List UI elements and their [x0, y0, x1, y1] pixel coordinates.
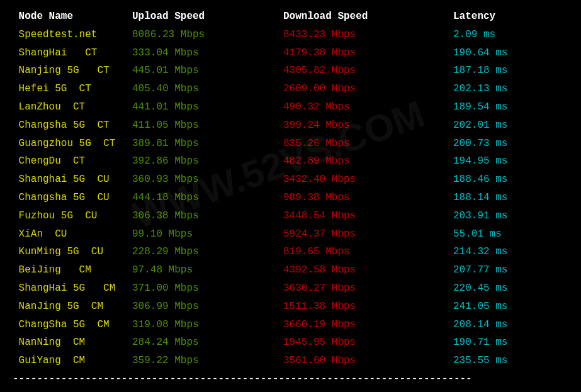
- latency-cell: 203.91 ms: [453, 207, 568, 225]
- node-name-cell: GuiYang CM: [13, 352, 132, 370]
- header-upload: Upload Speed: [132, 8, 283, 26]
- download-speed-cell: 1511.38 Mbps: [283, 298, 453, 316]
- table-row: Guangzhou 5G CT389.81 Mbps835.26 Mbps200…: [13, 135, 568, 153]
- table-row: ShangHai CT333.04 Mbps4179.38 Mbps190.64…: [13, 44, 568, 62]
- download-speed-cell: 8433.23 Mbps: [283, 26, 453, 44]
- node-name-cell: Guangzhou 5G CT: [13, 135, 132, 153]
- node-name-cell: Speedtest.net: [13, 26, 132, 44]
- node-name-cell: NanNing CM: [13, 333, 132, 352]
- table-row: XiAn CU99.10 Mbps5924.37 Mbps55.01 ms: [13, 225, 568, 244]
- table-row: Hefei 5G CT405.40 Mbps2609.00 Mbps202.13…: [13, 80, 568, 98]
- download-speed-cell: 3561.60 Mbps: [283, 352, 453, 370]
- table-row: Nanjing 5G CT445.01 Mbps4305.82 Mbps187.…: [13, 62, 568, 80]
- upload-speed-cell: 360.93 Mbps: [132, 171, 283, 189]
- table-row: ShangHai 5G CM371.00 Mbps3630.27 Mbps220…: [13, 279, 568, 298]
- latency-cell: 188.14 ms: [453, 189, 568, 207]
- download-speed-cell: 3630.27 Mbps: [283, 279, 453, 298]
- header-latency: Latency: [453, 8, 568, 26]
- node-name-cell: ShangHai CT: [13, 44, 132, 62]
- download-speed-cell: 1945.95 Mbps: [283, 333, 453, 352]
- upload-speed-cell: 97.48 Mbps: [132, 261, 283, 279]
- node-name-cell: Nanjing 5G CT: [13, 62, 132, 80]
- upload-speed-cell: 284.24 Mbps: [132, 333, 283, 352]
- latency-cell: 2.09 ms: [453, 26, 568, 44]
- upload-speed-cell: 99.10 Mbps: [132, 225, 283, 244]
- table-row: Speedtest.net8086.23 Mbps8433.23 Mbps2.0…: [13, 26, 568, 44]
- upload-speed-cell: 392.86 Mbps: [132, 152, 283, 171]
- latency-cell: 208.14 ms: [453, 316, 568, 334]
- download-speed-cell: 4179.38 Mbps: [283, 44, 453, 62]
- table-row: ChengDu CT392.86 Mbps482.89 Mbps194.95 m…: [13, 152, 568, 171]
- table-row: LanZhou CT441.01 Mbps490.32 Mbps189.54 m…: [13, 98, 568, 116]
- latency-cell: 241.05 ms: [453, 298, 568, 316]
- download-speed-cell: 490.32 Mbps: [283, 98, 453, 116]
- latency-cell: 235.55 ms: [453, 352, 568, 370]
- node-name-cell: Changsha 5G CT: [13, 116, 132, 135]
- latency-cell: 188.46 ms: [453, 171, 568, 189]
- download-speed-cell: 2609.00 Mbps: [283, 80, 453, 98]
- divider-line: ----------------------------------------…: [13, 370, 568, 388]
- node-name-cell: NanJing 5G CM: [13, 298, 132, 316]
- latency-cell: 190.64 ms: [453, 44, 568, 62]
- download-speed-cell: 4392.58 Mbps: [283, 261, 453, 279]
- download-speed-cell: 989.38 Mbps: [283, 189, 453, 207]
- node-name-cell: ChengDu CT: [13, 152, 132, 171]
- latency-cell: 190.71 ms: [453, 333, 568, 352]
- data-rows: Speedtest.net8086.23 Mbps8433.23 Mbps2.0…: [13, 26, 568, 370]
- upload-speed-cell: 389.81 Mbps: [132, 135, 283, 153]
- download-speed-cell: 482.89 Mbps: [283, 152, 453, 171]
- latency-cell: 202.01 ms: [453, 116, 568, 135]
- node-name-cell: Fuzhou 5G CU: [13, 207, 132, 225]
- latency-cell: 194.95 ms: [453, 152, 568, 171]
- node-name-cell: ChangSha 5G CM: [13, 316, 132, 334]
- upload-speed-cell: 319.08 Mbps: [132, 316, 283, 334]
- download-speed-cell: 3432.40 Mbps: [283, 171, 453, 189]
- download-speed-cell: 3660.19 Mbps: [283, 316, 453, 334]
- header-row: Node Name Upload Speed Download Speed La…: [13, 8, 568, 26]
- node-name-cell: Changsha 5G CU: [13, 189, 132, 207]
- download-speed-cell: 4305.82 Mbps: [283, 62, 453, 80]
- table-row: KunMing 5G CU228.29 Mbps819.65 Mbps214.3…: [13, 243, 568, 261]
- upload-speed-cell: 228.29 Mbps: [132, 243, 283, 261]
- upload-speed-cell: 306.99 Mbps: [132, 298, 283, 316]
- latency-cell: 207.77 ms: [453, 261, 568, 279]
- download-speed-cell: 399.24 Mbps: [283, 116, 453, 135]
- table-row: Changsha 5G CT411.05 Mbps399.24 Mbps202.…: [13, 116, 568, 135]
- latency-cell: 55.01 ms: [453, 225, 568, 244]
- upload-speed-cell: 306.38 Mbps: [132, 207, 283, 225]
- node-name-cell: Hefei 5G CT: [13, 80, 132, 98]
- table-row: GuiYang CM359.22 Mbps3561.60 Mbps235.55 …: [13, 352, 568, 370]
- upload-speed-cell: 411.05 Mbps: [132, 116, 283, 135]
- download-speed-cell: 819.65 Mbps: [283, 243, 453, 261]
- speedtest-terminal: Node Name Upload Speed Download Speed La…: [13, 8, 568, 388]
- latency-cell: 202.13 ms: [453, 80, 568, 98]
- table-row: Shanghai 5G CU360.93 Mbps3432.40 Mbps188…: [13, 171, 568, 189]
- latency-cell: 187.18 ms: [453, 62, 568, 80]
- node-name-cell: BeiJing CM: [13, 261, 132, 279]
- table-row: ChangSha 5G CM319.08 Mbps3660.19 Mbps208…: [13, 316, 568, 334]
- upload-speed-cell: 333.04 Mbps: [132, 44, 283, 62]
- upload-speed-cell: 8086.23 Mbps: [132, 26, 283, 44]
- upload-speed-cell: 444.18 Mbps: [132, 189, 283, 207]
- header-node: Node Name: [13, 8, 132, 26]
- upload-speed-cell: 441.01 Mbps: [132, 98, 283, 116]
- upload-speed-cell: 359.22 Mbps: [132, 352, 283, 370]
- download-speed-cell: 3448.54 Mbps: [283, 207, 453, 225]
- table-row: NanNing CM284.24 Mbps1945.95 Mbps190.71 …: [13, 333, 568, 352]
- latency-cell: 200.73 ms: [453, 135, 568, 153]
- upload-speed-cell: 371.00 Mbps: [132, 279, 283, 298]
- download-speed-cell: 835.26 Mbps: [283, 135, 453, 153]
- table-row: Fuzhou 5G CU306.38 Mbps3448.54 Mbps203.9…: [13, 207, 568, 225]
- node-name-cell: Shanghai 5G CU: [13, 171, 132, 189]
- latency-cell: 214.32 ms: [453, 243, 568, 261]
- header-download: Download Speed: [283, 8, 453, 26]
- node-name-cell: LanZhou CT: [13, 98, 132, 116]
- node-name-cell: XiAn CU: [13, 225, 132, 244]
- download-speed-cell: 5924.37 Mbps: [283, 225, 453, 244]
- table-row: Changsha 5G CU444.18 Mbps989.38 Mbps188.…: [13, 189, 568, 207]
- latency-cell: 220.45 ms: [453, 279, 568, 298]
- node-name-cell: KunMing 5G CU: [13, 243, 132, 261]
- table-row: NanJing 5G CM306.99 Mbps1511.38 Mbps241.…: [13, 298, 568, 316]
- latency-cell: 189.54 ms: [453, 98, 568, 116]
- upload-speed-cell: 445.01 Mbps: [132, 62, 283, 80]
